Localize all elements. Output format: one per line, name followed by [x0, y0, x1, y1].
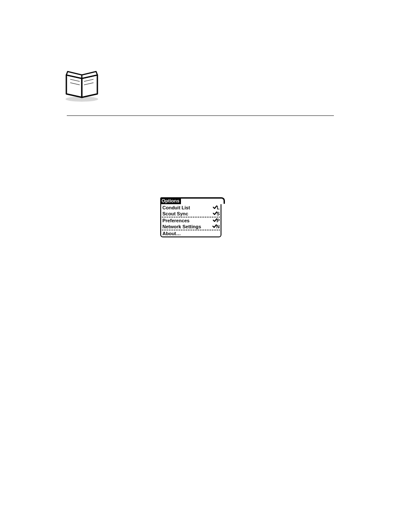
menu-item-label: About…	[162, 230, 181, 236]
menu-item-label: Conduit List	[162, 205, 190, 211]
menu-titlebar-blank	[181, 197, 225, 204]
open-book-icon	[60, 69, 103, 103]
divider-rule	[67, 115, 334, 116]
menu-item-shortcut: N	[212, 224, 220, 230]
menu-title: Options	[160, 197, 181, 204]
menu-item-shortcut: L	[213, 205, 220, 211]
shortcut-letter: P	[217, 218, 220, 224]
menu-item-conduit-list[interactable]: Conduit List L	[161, 205, 221, 211]
shortcut-letter: S	[217, 211, 220, 217]
menu-item-shortcut: P	[213, 218, 220, 224]
menu-item-about[interactable]: About…	[161, 230, 221, 236]
menu-titlebar[interactable]: Options	[160, 197, 225, 204]
menu-item-label: Network Settings	[162, 224, 201, 230]
menu-item-scout-sync[interactable]: Scout Sync S	[161, 211, 221, 217]
menu-item-shortcut: S	[213, 211, 220, 217]
menu-item-label: Scout Sync	[162, 211, 188, 217]
menu-item-network-settings[interactable]: Network Settings N	[161, 224, 221, 230]
options-menu: Options Conduit List L Scout Sync S	[160, 197, 225, 237]
shortcut-letter: L	[217, 205, 220, 211]
menu-body: Conduit List L Scout Sync S Preferences	[160, 204, 221, 237]
shortcut-letter: N	[216, 224, 220, 230]
menu-item-label: Preferences	[162, 218, 190, 224]
menu-item-preferences[interactable]: Preferences P	[161, 218, 221, 224]
